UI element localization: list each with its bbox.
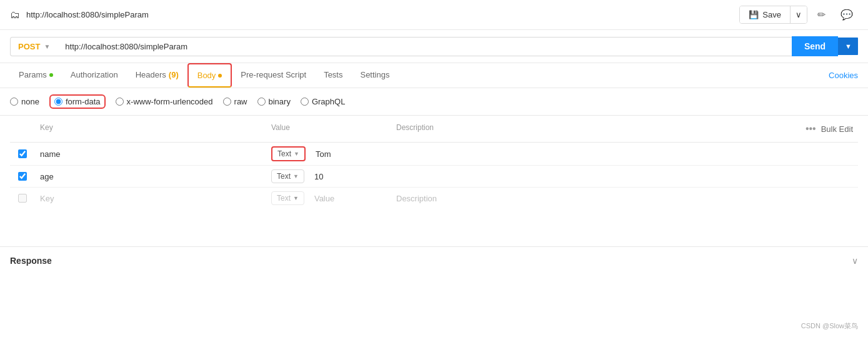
- request-bar: POST ▼ Send ▼: [0, 30, 868, 63]
- option-form-data[interactable]: form-data: [49, 94, 106, 109]
- row1-checkbox[interactable]: [18, 149, 27, 158]
- header-key: Key: [35, 121, 266, 137]
- params-dot: [49, 73, 53, 77]
- row2-checkbox-cell: [10, 168, 35, 184]
- cookies-link[interactable]: Cookies: [829, 71, 858, 80]
- tab-authorization[interactable]: Authorization: [62, 64, 127, 87]
- empty-type-select[interactable]: Text ▼: [271, 191, 304, 205]
- row1-type-select[interactable]: Text ▼: [271, 146, 306, 161]
- radio-raw[interactable]: [223, 98, 231, 106]
- row1-type-value: Text ▼ Tom: [266, 143, 391, 165]
- three-dots-icon[interactable]: •••: [806, 123, 816, 134]
- option-graphql[interactable]: GraphQL: [301, 97, 345, 106]
- method-select[interactable]: POST ▼: [10, 37, 57, 56]
- row2-description[interactable]: [391, 173, 848, 180]
- empty-description[interactable]: Description: [391, 190, 848, 207]
- body-dot: [218, 74, 222, 78]
- method-label: POST: [18, 42, 40, 51]
- header-bulk-edit: ••• Bulk Edit: [801, 121, 858, 137]
- tab-headers[interactable]: Headers (9): [127, 64, 187, 87]
- response-chevron-icon: ∨: [852, 256, 858, 266]
- tab-tests[interactable]: Tests: [315, 64, 351, 87]
- row1-type-chevron-icon: ▼: [294, 151, 299, 157]
- row1-description[interactable]: [391, 150, 848, 158]
- row2-type-chevron-icon: ▼: [293, 173, 299, 179]
- comment-button[interactable]: 💬: [836, 5, 858, 24]
- radio-binary[interactable]: [257, 98, 266, 106]
- empty-key[interactable]: Key: [35, 190, 266, 207]
- row2-checkbox[interactable]: [18, 172, 27, 181]
- save-btn-group: 💾 Save ∨: [739, 6, 807, 24]
- row1-key[interactable]: name: [35, 146, 266, 163]
- table-row: age Text ▼ 10: [10, 166, 858, 188]
- title-bar: 🗂 http://localhost:8080/simpleParam 💾 Sa…: [0, 0, 868, 30]
- empty-actions: [848, 194, 858, 202]
- row1-actions: [848, 150, 858, 158]
- empty-checkbox-cell: [10, 190, 35, 206]
- app-icon: 🗂: [10, 9, 20, 21]
- tab-body[interactable]: Body: [187, 63, 232, 88]
- option-binary[interactable]: binary: [257, 97, 291, 106]
- response-section[interactable]: Response ∨: [0, 246, 868, 274]
- edit-button[interactable]: ✏: [812, 5, 831, 24]
- tabs-bar: Params Authorization Headers (9) Body Pr…: [0, 63, 868, 88]
- option-raw[interactable]: raw: [223, 97, 247, 106]
- send-dropdown-button[interactable]: ▼: [838, 38, 858, 55]
- empty-type-chevron-icon: ▼: [293, 195, 299, 201]
- empty-type-value: Text ▼ Value: [266, 188, 391, 209]
- title-url: http://localhost:8080/simpleParam: [26, 10, 149, 19]
- radio-form-data[interactable]: [54, 98, 62, 106]
- header-checkbox-col: [10, 121, 35, 137]
- table-row: name Text ▼ Tom: [10, 143, 858, 166]
- row2-type-select[interactable]: Text ▼: [271, 169, 304, 183]
- row1-value[interactable]: Tom: [316, 149, 331, 159]
- send-button[interactable]: Send: [792, 36, 838, 56]
- header-description: Description: [391, 121, 801, 137]
- response-title: Response: [10, 256, 52, 266]
- radio-urlencoded[interactable]: [116, 98, 124, 106]
- method-chevron-icon: ▼: [44, 43, 50, 50]
- url-input[interactable]: [57, 37, 792, 56]
- tab-params[interactable]: Params: [10, 64, 62, 87]
- radio-graphql[interactable]: [301, 98, 309, 106]
- save-button[interactable]: 💾 Save: [740, 6, 790, 23]
- option-none[interactable]: none: [10, 97, 39, 106]
- tab-settings[interactable]: Settings: [351, 64, 398, 87]
- save-dropdown-button[interactable]: ∨: [790, 6, 807, 23]
- send-btn-group: Send ▼: [792, 36, 858, 56]
- tab-pre-request-script[interactable]: Pre-request Script: [232, 64, 315, 87]
- header-value: Value: [266, 121, 391, 137]
- row2-key[interactable]: age: [35, 168, 266, 185]
- table-row-empty: Key Text ▼ Value Description: [10, 188, 858, 209]
- form-data-table: Key Value Description ••• Bulk Edit name…: [0, 116, 868, 209]
- empty-value[interactable]: Value: [314, 194, 334, 203]
- option-urlencoded[interactable]: x-www-form-urlencoded: [116, 97, 213, 106]
- title-actions: 💾 Save ∨ ✏ 💬: [739, 5, 858, 24]
- radio-none[interactable]: [10, 98, 18, 106]
- empty-checkbox: [18, 194, 27, 203]
- row1-checkbox-cell: [10, 146, 35, 162]
- row2-type-value: Text ▼ 10: [266, 166, 391, 187]
- row2-actions: [848, 173, 858, 180]
- table-header: Key Value Description ••• Bulk Edit: [10, 116, 858, 143]
- save-icon: 💾: [749, 10, 759, 19]
- body-options: none form-data x-www-form-urlencoded raw…: [0, 88, 868, 116]
- row2-value[interactable]: 10: [314, 172, 323, 181]
